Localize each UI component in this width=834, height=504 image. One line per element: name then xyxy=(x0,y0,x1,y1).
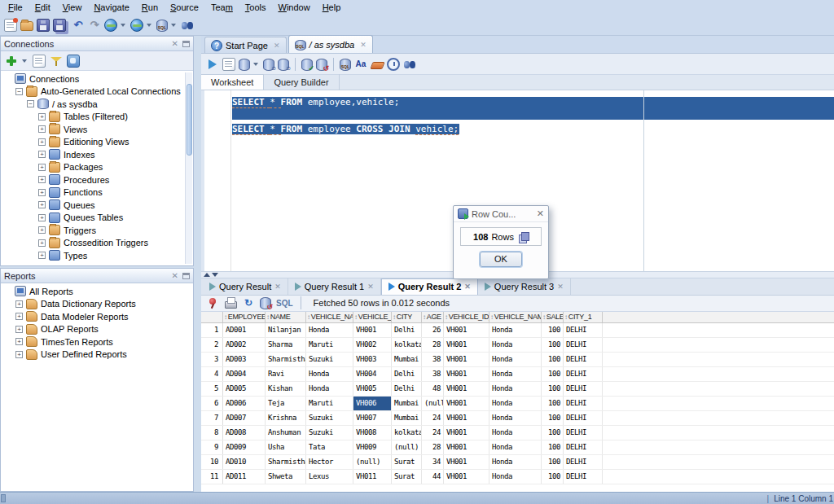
tree-item[interactable]: +OLAP Reports xyxy=(1,323,193,336)
grid-header-employee_id[interactable]: ↕EMPLOYEE_ID xyxy=(223,312,266,322)
grid-cell[interactable]: Surat xyxy=(392,470,422,484)
row-number[interactable]: 7 xyxy=(201,411,223,425)
tree-item[interactable]: All Reports xyxy=(1,285,193,298)
grid-cell[interactable]: VH008 xyxy=(353,426,392,440)
menu-source[interactable]: Source xyxy=(165,1,205,14)
grid-cell[interactable]: Honda xyxy=(489,382,542,396)
row-number[interactable]: 4 xyxy=(201,367,223,381)
grid-cell[interactable]: DELHI xyxy=(564,470,603,484)
clear-icon[interactable] xyxy=(371,58,384,71)
grid-cell[interactable]: (null) xyxy=(392,440,422,454)
minimize-icon[interactable] xyxy=(182,41,190,47)
expand-icon[interactable]: + xyxy=(15,338,23,345)
grid-cell[interactable]: AD001 xyxy=(223,323,266,337)
grid-header-vehicle_id[interactable]: ↕VEHICLE_ID xyxy=(353,312,392,322)
menu-view[interactable]: View xyxy=(57,1,89,14)
tree-item[interactable]: +Queues xyxy=(1,199,193,212)
grid-cell[interactable]: 34 xyxy=(422,455,444,469)
tree-item[interactable]: +Triggers xyxy=(1,224,193,237)
grid-cell[interactable]: Honda xyxy=(489,440,542,454)
autotrace-icon[interactable] xyxy=(239,59,250,71)
grid-cell[interactable]: 100 xyxy=(542,426,564,440)
expand-icon[interactable]: + xyxy=(38,176,46,183)
add-connection-icon[interactable] xyxy=(5,55,18,68)
tree-item[interactable]: +TimesTen Reports xyxy=(1,335,193,348)
grid-cell[interactable]: Mumbai xyxy=(392,353,422,366)
tree-item[interactable]: +Data Modeler Reports xyxy=(1,310,193,323)
grid-cell[interactable]: 28 xyxy=(422,440,444,454)
sql-label[interactable]: SQL xyxy=(276,299,293,308)
row-number[interactable]: 8 xyxy=(201,426,223,440)
close-icon[interactable]: ✕ xyxy=(274,42,280,50)
sort-icon[interactable]: ↕ xyxy=(542,313,546,321)
sort-icon[interactable]: ↕ xyxy=(266,313,270,321)
expand-icon[interactable]: + xyxy=(38,125,46,133)
collapse-up-icon[interactable] xyxy=(204,273,210,277)
copy-icon[interactable] xyxy=(517,231,529,243)
expand-icon[interactable]: + xyxy=(38,151,46,158)
search-binoculars-icon[interactable] xyxy=(181,19,194,32)
grid-cell[interactable]: Honda xyxy=(306,382,353,396)
expand-icon[interactable]: + xyxy=(38,138,46,146)
tab-query-builder[interactable]: Query Builder xyxy=(264,74,339,90)
grid-cell[interactable]: Surat xyxy=(392,455,422,469)
grid-cell[interactable]: VH001 xyxy=(444,323,489,337)
grid-cell[interactable]: Mumbai xyxy=(392,397,422,410)
menu-navigate[interactable]: Navigate xyxy=(88,1,135,14)
grid-cell[interactable]: 24 xyxy=(422,411,444,425)
sort-icon[interactable]: ↕ xyxy=(307,313,310,321)
grid-cell[interactable]: Sharmistha xyxy=(266,455,306,469)
grid-cell[interactable]: kolkata xyxy=(392,338,422,352)
grid-cell[interactable]: Honda xyxy=(489,397,542,410)
grid-cell[interactable]: DELHI xyxy=(564,323,603,337)
grid-cell[interactable]: Honda xyxy=(489,455,542,469)
grid-cell[interactable]: DELHI xyxy=(564,411,603,425)
grid-cell[interactable]: 100 xyxy=(542,338,564,352)
close-icon[interactable]: ✕ xyxy=(537,208,544,219)
close-icon[interactable]: ✕ xyxy=(172,39,178,48)
chevron-down-icon[interactable] xyxy=(22,59,27,63)
find-db-icon[interactable] xyxy=(403,58,416,71)
grid-cell[interactable]: VH003 xyxy=(353,353,392,366)
tree-item[interactable]: Connections xyxy=(1,72,193,85)
open-folder-icon[interactable] xyxy=(20,21,33,31)
grid-cell[interactable]: 100 xyxy=(542,382,564,396)
row-number[interactable]: 11 xyxy=(201,470,223,484)
forward-icon[interactable] xyxy=(130,19,143,32)
sort-icon[interactable]: ↕ xyxy=(393,313,396,321)
tree-item[interactable]: +Packages xyxy=(1,161,193,174)
tree-item[interactable]: −Auto-Generated Local Connections xyxy=(1,85,193,99)
redo-icon[interactable]: ↷ xyxy=(88,19,101,32)
chevron-down-icon[interactable] xyxy=(147,24,151,27)
menu-help[interactable]: Help xyxy=(317,1,348,14)
grid-cell[interactable]: Teja xyxy=(266,397,306,410)
grid-cell[interactable]: Shweta xyxy=(266,470,306,484)
grid-cell[interactable]: AD008 xyxy=(223,426,266,440)
close-icon[interactable]: ✕ xyxy=(360,41,367,49)
grid-cell[interactable]: 38 xyxy=(422,353,444,366)
grid-cell[interactable]: DELHI xyxy=(564,338,603,352)
grid-cell[interactable]: kolkata xyxy=(392,426,422,440)
expand-icon[interactable]: + xyxy=(38,239,46,247)
grid-cell[interactable]: DELHI xyxy=(564,440,603,454)
grid-cell[interactable]: Delhi xyxy=(392,367,422,381)
tab-worksheet[interactable]: Worksheet xyxy=(201,74,264,90)
grid-cell[interactable]: VH001 xyxy=(444,367,489,381)
grid-cell[interactable]: 100 xyxy=(542,323,564,337)
grid-cell[interactable]: Delhi xyxy=(392,323,422,337)
close-icon[interactable]: ✕ xyxy=(274,283,281,291)
expand-icon[interactable]: + xyxy=(38,189,46,196)
grid-cell[interactable]: 44 xyxy=(422,470,444,484)
sort-icon[interactable]: ↕ xyxy=(564,313,568,321)
tree-item[interactable]: +Types xyxy=(1,249,193,262)
filter-icon[interactable] xyxy=(50,55,63,68)
editor-line[interactable]: SELECT * FROM employee,vehicle; xyxy=(232,97,834,108)
grid-cell[interactable]: DELHI xyxy=(564,382,603,396)
grid-cell[interactable]: Suzuki xyxy=(306,426,353,440)
sort-icon[interactable]: ↕ xyxy=(445,313,448,321)
close-icon[interactable]: ✕ xyxy=(172,271,178,280)
tree-item[interactable]: +Queues Tables xyxy=(1,212,193,225)
grid-cell[interactable]: Honda xyxy=(489,411,542,425)
grid-cell[interactable]: 100 xyxy=(542,455,564,469)
grid-cell[interactable]: Honda xyxy=(489,338,542,352)
